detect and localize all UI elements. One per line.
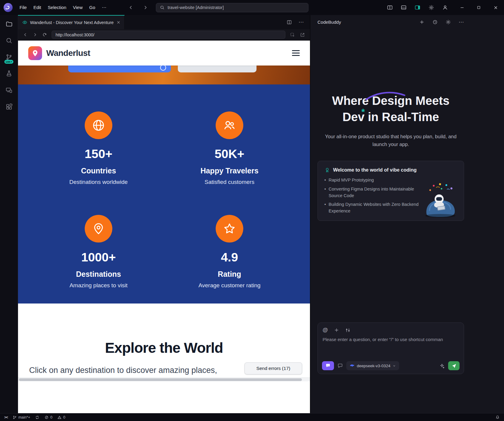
pin-icon (85, 215, 112, 243)
codebuddy-content: Where Design Meets Dev in Real-Time * Yo… (317, 93, 464, 221)
menu-view[interactable]: View (70, 3, 86, 12)
tab-wanderlust[interactable]: Wanderlust - Discover Your Next Adventur… (18, 15, 125, 29)
hamburger-menu-icon[interactable] (292, 50, 300, 56)
chat-outline-icon[interactable] (337, 363, 343, 369)
preview-eye-icon (22, 20, 27, 25)
search-sidebar-icon[interactable] (5, 37, 13, 44)
chat-input-footer: deepseek-v3-0324 (322, 361, 460, 370)
window-controls (454, 0, 504, 15)
model-selector[interactable]: deepseek-v3-0324 (346, 361, 399, 370)
stat-sub: Destinations worldwide (69, 179, 128, 185)
stat-label: Rating (218, 270, 241, 279)
extensions-icon[interactable] (5, 103, 13, 110)
menu-file[interactable]: File (16, 3, 30, 12)
nav-back-icon[interactable] (128, 5, 134, 10)
tab-close-icon[interactable] (116, 20, 121, 25)
bullet-item: Rapid MVP Prototyping (324, 177, 419, 184)
git-branch-status[interactable]: main*+ (13, 415, 30, 419)
menu-more[interactable]: ⋯ (99, 3, 110, 12)
stat-value: 150+ (85, 147, 112, 161)
remote-indicator[interactable]: >< (4, 415, 8, 419)
sync-icon[interactable] (35, 415, 39, 419)
globe-icon (85, 111, 112, 139)
nav-forward-icon[interactable] (143, 5, 148, 10)
debug-icon[interactable] (5, 70, 13, 77)
stat-value: 4.9 (221, 250, 238, 264)
stat-sub: Amazing places to visit (69, 282, 127, 289)
heading-line1: Where Design Meets (332, 94, 449, 107)
users-icon (216, 111, 243, 139)
warning-count: 0 (63, 415, 65, 419)
chat-input-tools: @ (323, 327, 459, 333)
notifications-bell-icon[interactable] (495, 415, 500, 419)
site-brand[interactable]: Wanderlust (46, 48, 90, 58)
errors-status[interactable]: 0 (44, 415, 52, 419)
menu-selection[interactable]: Selection (44, 3, 70, 12)
stat-label: Countries (81, 166, 116, 175)
send-button[interactable] (448, 361, 460, 370)
history-nav (128, 5, 148, 10)
horizontal-scrollbar[interactable] (18, 377, 310, 381)
warning-icon (57, 415, 62, 419)
status-bar: >< main*+ 0 0 (0, 413, 504, 421)
layout-panel-bottom-icon[interactable] (401, 5, 407, 11)
settings-gear-icon[interactable] (428, 5, 434, 11)
panel-settings-icon[interactable] (445, 19, 451, 25)
chat-text-input[interactable] (323, 337, 459, 342)
chat-input-box[interactable]: @ deepseek-v3-0324 (317, 322, 464, 374)
attach-plus-icon[interactable] (334, 327, 339, 333)
maximize-button[interactable] (470, 0, 487, 15)
error-icon (44, 415, 49, 419)
bullet-item: Converting Figma Designs into Maintainab… (324, 186, 419, 199)
sparkle-icon[interactable] (439, 363, 445, 369)
browser-forward-icon[interactable] (32, 32, 38, 37)
layout-panel-right-icon[interactable] (414, 5, 421, 11)
warnings-status[interactable]: 0 (57, 415, 65, 419)
hero-strip (18, 66, 310, 84)
stat-rating: 4.9 Rating Average customer rating (199, 215, 261, 304)
layout-columns-icon[interactable] (387, 5, 393, 11)
wanderlust-logo-icon[interactable] (28, 46, 42, 60)
deepseek-whale-icon (350, 364, 355, 368)
open-external-icon[interactable] (300, 32, 305, 38)
medal-icon (324, 167, 330, 173)
scrollbar-thumb[interactable] (19, 378, 302, 381)
reload-icon[interactable] (42, 32, 47, 37)
source-control-icon[interactable]: 10K+ (5, 53, 13, 61)
inspect-element-icon[interactable] (290, 32, 295, 38)
menu-bar: File Edit Selection View Go ⋯ (16, 3, 110, 12)
close-button[interactable] (487, 0, 504, 15)
codebuddy-heading: Where Design Meets Dev in Real-Time * (317, 93, 464, 125)
command-search[interactable]: travel-website [Administrator] (156, 3, 308, 12)
remote-explorer-icon[interactable] (5, 87, 13, 94)
explorer-icon[interactable] (5, 20, 13, 28)
error-count: 0 (50, 415, 52, 419)
mention-icon[interactable]: @ (323, 327, 328, 333)
tools-icon[interactable] (345, 328, 351, 333)
editor-more-icon[interactable]: ⋯ (299, 20, 304, 25)
menu-go[interactable]: Go (86, 3, 99, 12)
heading-line2: Dev in Real-Time (342, 110, 439, 124)
stat-label: Destinations (76, 270, 121, 279)
menu-edit[interactable]: Edit (30, 3, 44, 12)
activity-bar: 10K+ (0, 15, 18, 413)
welcome-card: Welcome to the world of vibe coding Rapi… (317, 161, 464, 221)
split-editor-icon[interactable] (287, 20, 292, 25)
codebuddy-subtitle: Your all-in-one product studio that help… (317, 133, 464, 148)
chat-mode-button[interactable] (322, 361, 334, 370)
panel-more-icon[interactable]: ⋯ (459, 20, 464, 25)
url-input[interactable] (52, 31, 285, 39)
minimize-button[interactable] (454, 0, 470, 15)
branch-icon (13, 415, 17, 419)
browser-viewport: Wanderlust 150+ Countries Destinations w… (18, 41, 310, 413)
history-icon[interactable] (432, 19, 438, 25)
app-logo-icon (4, 3, 13, 12)
stats-section: 150+ Countries Destinations worldwide 50… (18, 84, 310, 304)
browser-back-icon[interactable] (23, 32, 28, 37)
account-icon[interactable] (442, 5, 448, 11)
send-errors-button[interactable]: Send errors (17) (244, 362, 302, 374)
hero-secondary-button[interactable] (178, 66, 257, 72)
hero-primary-button[interactable] (68, 66, 171, 72)
app-window: File Edit Selection View Go ⋯ travel-web… (0, 0, 504, 421)
new-chat-icon[interactable] (419, 19, 425, 25)
